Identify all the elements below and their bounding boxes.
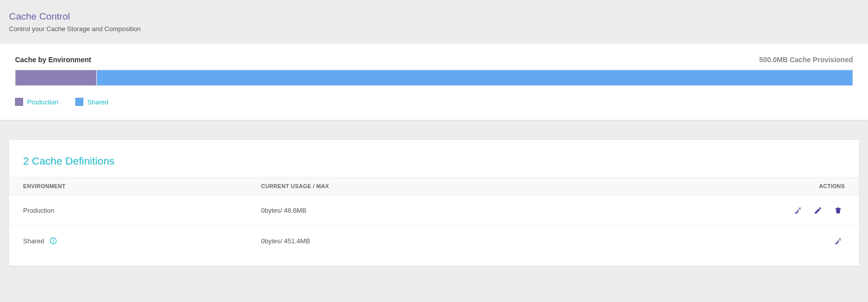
swatch-production	[15, 98, 23, 106]
env-name: Production	[23, 207, 54, 214]
legend-label-shared: Shared	[87, 98, 108, 106]
col-header-actions: ACTIONS	[706, 178, 859, 195]
legend-item-shared[interactable]: Shared	[75, 98, 108, 106]
delete-icon	[834, 206, 842, 215]
table-row: Production0bytes/ 48.6MB	[9, 195, 859, 226]
edit-icon	[814, 206, 822, 215]
env-section-title: Cache by Environment	[15, 56, 91, 64]
legend-item-production[interactable]: Production	[15, 98, 58, 106]
cache-provisioned-label: 500.0MB Cache Provisioned	[759, 56, 853, 64]
clear-icon	[834, 237, 842, 245]
info-icon[interactable]	[49, 237, 57, 245]
delete-button[interactable]	[831, 203, 845, 217]
col-header-usage: CURRENT USAGE / MAX	[247, 178, 706, 195]
cache-env-card: Cache by Environment 500.0MB Cache Provi…	[0, 44, 868, 120]
usage-cell: 0bytes/ 451.4MB	[247, 226, 706, 256]
page-title: Cache Control	[9, 11, 859, 22]
clear-cache-button[interactable]	[791, 203, 805, 217]
table-row: Shared0bytes/ 451.4MB	[9, 226, 859, 256]
bar-segment-shared	[97, 70, 852, 85]
clear-icon	[794, 206, 802, 215]
cache-usage-bar	[15, 70, 853, 86]
usage-cell: 0bytes/ 48.6MB	[247, 195, 706, 226]
definitions-table: ENVIRONMENT CURRENT USAGE / MAX ACTIONS …	[9, 177, 859, 256]
edit-button[interactable]	[811, 203, 825, 217]
definitions-title: 2 Cache Definitions	[9, 155, 859, 177]
col-header-environment: ENVIRONMENT	[9, 178, 247, 195]
page-subtitle: Control your Cache Storage and Compositi…	[9, 25, 859, 33]
swatch-shared	[75, 98, 83, 106]
env-name: Shared	[23, 237, 44, 245]
clear-cache-button[interactable]	[831, 234, 845, 248]
bar-segment-production	[16, 70, 97, 85]
legend-label-production: Production	[27, 98, 58, 106]
cache-definitions-card: 2 Cache Definitions ENVIRONMENT CURRENT …	[9, 140, 859, 266]
